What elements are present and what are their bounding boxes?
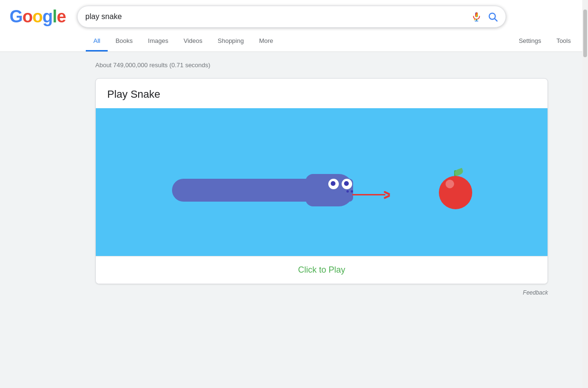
search-input[interactable]: play snake — [85, 12, 471, 21]
apple-leaf — [454, 168, 464, 176]
game-canvas[interactable] — [96, 108, 547, 256]
nav-tabs: All Books Images Videos Shopping More Se… — [86, 31, 578, 51]
logo-letter-g: G — [10, 7, 22, 26]
logo-letter-o2: o — [32, 7, 42, 26]
apple-body — [439, 176, 472, 209]
tab-settings[interactable]: Settings — [511, 31, 549, 51]
snake-eye-left — [328, 179, 339, 189]
feedback-link[interactable]: Feedback — [523, 289, 548, 296]
search-icons — [471, 11, 498, 22]
results-count: About 749,000,000 results (0.71 seconds) — [95, 61, 562, 69]
scrollbar[interactable] — [582, 0, 588, 388]
tab-images[interactable]: Images — [141, 31, 176, 51]
svg-line-5 — [495, 19, 497, 21]
logo-letter-o1: o — [22, 7, 32, 26]
click-to-play-button[interactable]: Click to Play — [298, 265, 345, 275]
click-to-play-area[interactable]: Click to Play — [96, 256, 547, 284]
tab-more[interactable]: More — [252, 31, 281, 51]
apple — [439, 176, 472, 209]
snake-tongue — [352, 194, 385, 195]
snake-nostril-left — [346, 190, 349, 193]
tab-videos[interactable]: Videos — [176, 31, 210, 51]
snake-nostril-right — [351, 190, 353, 193]
tab-shopping[interactable]: Shopping — [210, 31, 252, 51]
logo-letter-g2: g — [42, 7, 52, 26]
tab-all[interactable]: All — [86, 31, 108, 51]
tab-tools[interactable]: Tools — [549, 31, 578, 51]
tab-books[interactable]: Books — [108, 31, 140, 51]
header: Google play snake — [0, 0, 588, 52]
logo-letter-l: l — [52, 7, 57, 26]
game-title: Play Snake — [96, 79, 547, 108]
game-card: Play Snake — [95, 78, 548, 284]
logo-letter-e: e — [57, 7, 66, 26]
google-logo[interactable]: Google — [10, 7, 66, 27]
feedback-area: Feedback — [95, 284, 548, 300]
header-top: Google play snake — [10, 6, 578, 28]
results-area: About 749,000,000 results (0.71 seconds)… — [0, 52, 572, 310]
snake-eye-right — [342, 179, 352, 189]
mic-icon[interactable] — [471, 11, 482, 22]
search-box[interactable]: play snake — [77, 6, 506, 28]
scrollbar-thumb[interactable] — [583, 10, 587, 57]
search-icon[interactable] — [487, 11, 498, 22]
svg-rect-3 — [475, 12, 478, 17]
